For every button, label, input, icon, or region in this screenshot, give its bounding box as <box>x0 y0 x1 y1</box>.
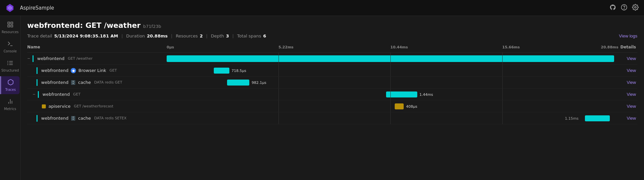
view-logs-button[interactable]: View logs <box>619 33 637 38</box>
tick-1: 5.22ms <box>279 45 293 49</box>
span-bar-2 <box>214 68 229 74</box>
svg-rect-8 <box>11 25 13 27</box>
traces-icon <box>7 79 14 87</box>
trace-detail-label: Trace detail <box>27 33 52 38</box>
duration-label: Duration <box>126 33 145 38</box>
row-name-6: webfrontend 🗄️ cache DATA redis SETEX <box>27 115 167 122</box>
span-bar-6 <box>585 115 609 121</box>
tick-2: 10.44ms <box>390 45 408 49</box>
sidebar-item-metrics-label: Metrics <box>4 107 16 111</box>
span-bar-1 <box>167 55 614 62</box>
row-name-4: − webfrontend GET <box>27 91 167 98</box>
row-dot-5 <box>42 104 46 108</box>
view-button-1[interactable]: View <box>627 56 636 61</box>
svg-rect-5 <box>8 22 10 24</box>
vline-3b <box>502 65 503 76</box>
trace-table: Name 0μs 5.22ms 10.44ms 15.66ms 20.88ms … <box>27 44 637 180</box>
row-timeline-1 <box>167 53 614 64</box>
vline-1f <box>279 112 279 124</box>
row-name-5: apiservice GET /weatherforecast <box>27 104 167 109</box>
trace-table-body: − webfrontend GET /weather View <box>27 53 637 180</box>
sidebar-item-metrics[interactable]: Metrics <box>1 95 20 113</box>
table-row: − webfrontend GET /weather View <box>27 53 637 65</box>
row-timeline-4: 1.44ms <box>167 89 614 100</box>
trace-id: b71f23b <box>143 24 161 29</box>
view-button-5[interactable]: View <box>627 104 636 109</box>
view-button-2[interactable]: View <box>627 68 636 73</box>
app-title: AspireSample <box>20 5 605 11</box>
view-button-4[interactable]: View <box>627 92 636 97</box>
cache-icon-6: 🗄️ <box>71 116 76 121</box>
timeline-ruler: 0μs 5.22ms 10.44ms 15.66ms 20.88ms <box>167 44 614 50</box>
browser-link-icon: ● <box>71 68 76 73</box>
row-name-2: webfrontend ● Browser Link GET <box>27 67 167 74</box>
sidebar-item-resources-label: Resources <box>2 30 19 34</box>
row-timeline-5: 408μs <box>167 100 614 112</box>
resources-icon <box>7 21 14 29</box>
row-name-1: − webfrontend GET /weather <box>27 55 167 62</box>
sidebar: Resources Console Structured Traces Metr… <box>0 16 21 180</box>
row-timeline-3: 982.1μs <box>167 77 614 88</box>
row-dot-4 <box>38 91 40 98</box>
layout: Resources Console Structured Traces Metr… <box>0 16 644 180</box>
help-icon[interactable] <box>621 4 627 12</box>
view-button-3[interactable]: View <box>627 80 636 85</box>
expand-btn-1[interactable]: − <box>27 56 31 61</box>
aspire-logo <box>5 3 15 13</box>
table-row: webfrontend 🗄️ cache DATA redis SETEX 1.… <box>27 112 637 124</box>
metrics-icon <box>7 98 14 106</box>
span-label-3: 982.1μs <box>252 80 266 85</box>
structured-icon <box>7 60 14 68</box>
span-bar-5 <box>395 103 404 109</box>
row-name-3: webfrontend 🗄️ cache DATA redis GET <box>27 79 167 86</box>
vline-1d <box>279 89 279 100</box>
tick-4: 20.88ms <box>601 45 618 49</box>
total-spans-value: 6 <box>263 33 266 38</box>
row-details-5: View <box>614 104 637 109</box>
row-details-6: View <box>614 116 637 121</box>
top-nav-icons <box>609 4 639 12</box>
span-label-4: 1.44ms <box>420 92 433 96</box>
row-dot-6 <box>37 115 39 122</box>
row-dot-1 <box>33 55 35 62</box>
tick-0: 0μs <box>167 45 174 49</box>
meta-bar: Trace detail 5/13/2024 9:08:35.181 AM | … <box>27 33 637 38</box>
row-details-2: View <box>614 68 637 73</box>
console-icon <box>7 40 14 48</box>
row-details-4: View <box>614 92 637 97</box>
vline-2b <box>390 65 391 76</box>
vline-3d <box>502 89 503 100</box>
table-row: − webfrontend GET 1.44ms View <box>27 89 637 100</box>
expand-btn-4[interactable]: − <box>33 92 37 96</box>
sidebar-item-resources[interactable]: Resources <box>1 19 20 36</box>
settings-icon[interactable] <box>632 4 639 12</box>
page-title: webfrontend: GET /weather b71f23b <box>27 21 637 30</box>
span-label-2: 718.5μs <box>231 68 246 73</box>
vline-1e <box>279 100 279 112</box>
sidebar-item-console[interactable]: Console <box>1 38 20 56</box>
tick-3: 15.66ms <box>502 45 520 49</box>
trace-table-header: Name 0μs 5.22ms 10.44ms 15.66ms 20.88ms … <box>27 44 637 53</box>
cache-icon-3: 🗄️ <box>71 80 76 85</box>
row-details-1: View <box>614 56 637 61</box>
depth-value: 3 <box>226 33 229 38</box>
vline-3c <box>502 77 503 88</box>
timeline-column-header: 0μs 5.22ms 10.44ms 15.66ms 20.88ms <box>167 44 614 50</box>
github-icon[interactable] <box>609 4 616 12</box>
span-label-6-before: 1.15ms <box>565 116 579 120</box>
row-timeline-6: 1.15ms <box>167 112 614 124</box>
sidebar-item-traces[interactable]: Traces <box>0 76 20 94</box>
sidebar-item-traces-label: Traces <box>5 88 16 91</box>
span-bar-4 <box>386 91 417 97</box>
main-content: webfrontend: GET /weather b71f23b Trace … <box>21 16 644 180</box>
vline-3f <box>502 112 503 124</box>
view-button-6[interactable]: View <box>627 116 636 121</box>
vline-2e <box>390 100 391 112</box>
span-bar-3 <box>227 80 249 86</box>
duration-value: 20.88ms <box>147 33 168 38</box>
row-details-3: View <box>614 80 637 85</box>
table-row: webfrontend ● Browser Link GET 718.5μs V… <box>27 65 637 77</box>
resources-value: 2 <box>200 33 203 38</box>
vline-2c <box>390 77 391 88</box>
sidebar-item-structured[interactable]: Structured <box>1 57 20 75</box>
